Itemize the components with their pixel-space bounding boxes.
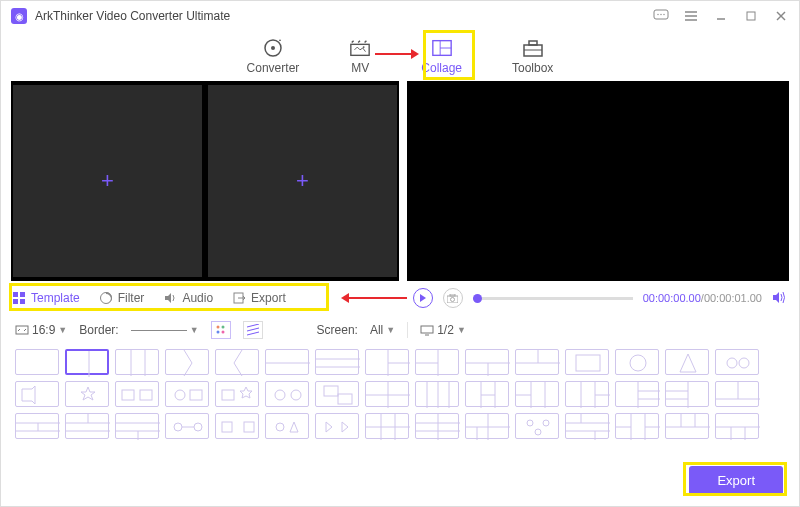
divider (407, 322, 408, 338)
svg-point-54 (630, 355, 646, 371)
svg-point-63 (291, 390, 301, 400)
nav-mv[interactable]: MV (349, 38, 371, 75)
nav-collage[interactable]: Collage (421, 38, 462, 75)
template-item[interactable] (65, 413, 109, 439)
screen-select[interactable]: All ▼ (370, 323, 395, 337)
template-item[interactable] (715, 413, 759, 439)
nav-label: Collage (421, 61, 462, 75)
template-item[interactable] (515, 349, 559, 375)
svg-point-26 (100, 293, 111, 304)
template-item[interactable] (465, 413, 509, 439)
border-pattern-button[interactable] (243, 321, 263, 339)
snapshot-button[interactable] (443, 288, 463, 308)
template-item[interactable] (615, 413, 659, 439)
tab-filter[interactable]: Filter (100, 291, 145, 305)
timecode: 00:00:00.00/00:00:01.00 (643, 292, 762, 304)
plus-icon: + (296, 168, 309, 194)
svg-rect-22 (13, 292, 18, 297)
converter-icon (262, 38, 284, 58)
arrow-to-tabs (337, 291, 409, 305)
svg-rect-53 (576, 355, 600, 371)
add-media-panel-1[interactable]: + (13, 85, 202, 277)
template-icon (13, 292, 26, 305)
template-item[interactable] (15, 381, 59, 407)
template-item[interactable] (165, 413, 209, 439)
tab-export[interactable]: Export (233, 291, 286, 305)
svg-point-97 (174, 423, 182, 431)
border-style-select[interactable]: ▼ (131, 325, 199, 335)
template-item[interactable] (15, 349, 59, 375)
page-select[interactable]: 1/2 ▼ (420, 323, 466, 337)
svg-rect-8 (747, 12, 755, 20)
template-item[interactable] (215, 349, 259, 375)
template-item[interactable] (265, 349, 309, 375)
volume-button[interactable] (772, 291, 787, 306)
add-media-panel-2[interactable]: + (208, 85, 397, 277)
template-item[interactable] (65, 349, 109, 375)
svg-point-56 (739, 358, 749, 368)
template-item[interactable] (615, 349, 659, 375)
maximize-button[interactable] (743, 8, 759, 24)
template-item[interactable] (265, 413, 309, 439)
template-item[interactable] (715, 349, 759, 375)
mv-icon (349, 38, 371, 58)
template-item[interactable] (665, 349, 709, 375)
aspect-ratio-select[interactable]: 16:9 ▼ (15, 323, 67, 337)
svg-point-33 (216, 326, 219, 329)
close-button[interactable] (773, 8, 789, 24)
template-item[interactable] (515, 381, 559, 407)
template-item[interactable] (15, 413, 59, 439)
template-item[interactable] (365, 413, 409, 439)
collage-icon (431, 38, 453, 58)
chat-icon[interactable] (653, 8, 669, 24)
template-item[interactable] (565, 413, 609, 439)
chevron-down-icon: ▼ (190, 325, 199, 335)
nav-converter[interactable]: Converter (247, 38, 300, 75)
nav-toolbox[interactable]: Toolbox (512, 38, 553, 75)
template-item[interactable] (365, 381, 409, 407)
template-item[interactable] (165, 349, 209, 375)
template-item[interactable] (315, 349, 359, 375)
svg-point-3 (663, 14, 664, 15)
template-item[interactable] (215, 381, 259, 407)
template-item[interactable] (265, 381, 309, 407)
svg-rect-101 (244, 422, 254, 432)
template-item[interactable] (215, 413, 259, 439)
svg-point-12 (271, 46, 275, 50)
template-item[interactable] (115, 381, 159, 407)
preview-area (407, 81, 789, 281)
template-item[interactable] (415, 381, 459, 407)
template-item[interactable] (565, 381, 609, 407)
template-item[interactable] (715, 381, 759, 407)
template-item[interactable] (615, 381, 659, 407)
tab-audio[interactable]: Audio (164, 291, 213, 305)
template-item[interactable] (515, 413, 559, 439)
template-item[interactable] (465, 349, 509, 375)
template-item[interactable] (315, 413, 359, 439)
border-color-button[interactable] (211, 321, 231, 339)
template-item[interactable] (665, 381, 709, 407)
svg-rect-20 (529, 41, 537, 45)
template-item[interactable] (365, 349, 409, 375)
menu-icon[interactable] (683, 8, 699, 24)
play-button[interactable] (413, 288, 433, 308)
playback-timeline[interactable] (473, 297, 633, 300)
template-item[interactable] (65, 381, 109, 407)
svg-rect-31 (450, 294, 455, 296)
template-item[interactable] (565, 349, 609, 375)
chevron-down-icon: ▼ (58, 325, 67, 335)
arrow-to-collage (373, 47, 421, 61)
export-button[interactable]: Export (689, 466, 783, 495)
minimize-button[interactable] (713, 8, 729, 24)
template-item[interactable] (115, 413, 159, 439)
chevron-down-icon: ▼ (457, 325, 466, 335)
nav-label: Toolbox (512, 61, 553, 75)
template-item[interactable] (165, 381, 209, 407)
template-item[interactable] (665, 413, 709, 439)
template-item[interactable] (415, 413, 459, 439)
template-item[interactable] (315, 381, 359, 407)
template-item[interactable] (415, 349, 459, 375)
tab-template[interactable]: Template (13, 291, 80, 305)
template-item[interactable] (115, 349, 159, 375)
template-item[interactable] (465, 381, 509, 407)
